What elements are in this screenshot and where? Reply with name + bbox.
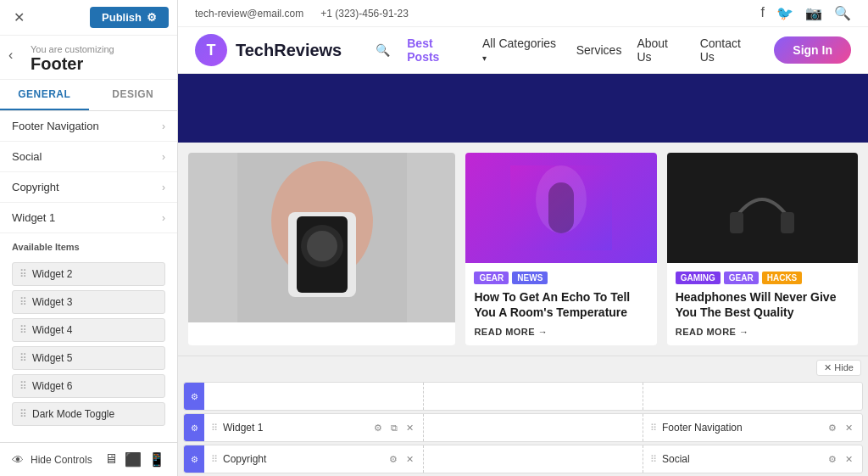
nav-link-best-posts[interactable]: Best Posts (407, 36, 467, 64)
site-header: tech-review@email.com +1 (323)-456-91-23… (178, 0, 868, 74)
close-button[interactable]: ✕ (8, 8, 29, 28)
content-card-phone (188, 153, 455, 345)
settings-icon-btn[interactable]: ⚙ (826, 421, 839, 435)
delete-icon-btn[interactable]: ✕ (843, 421, 855, 435)
chevron-right-icon: › (162, 120, 165, 132)
menu-item-widget1[interactable]: Widget 1 › (0, 203, 177, 233)
cell-icons: ⚙ ⧉ ✕ (371, 421, 416, 435)
tag-news: NEWS (512, 272, 548, 284)
menu-item-footer-navigation[interactable]: Footer Navigation › (0, 111, 177, 142)
panel-bottom: 👁 Hide Controls 🖥 ⬛ 📱 (0, 442, 177, 476)
footer-builder: ✕ Hide ⚙ ⚙ ⠿ Widget 1 ⚙ ⧉ ✕ ⠿ (178, 356, 868, 476)
cell-icons: ⚙ ✕ (826, 421, 855, 435)
settings-icon-btn[interactable]: ⚙ (826, 452, 839, 467)
drag-handle-icon: ⠿ (19, 296, 27, 308)
drag-handle-icon: ⠿ (19, 408, 27, 420)
hide-button[interactable]: ✕ Hide (816, 360, 861, 376)
nav-link-about-us[interactable]: About Us (637, 36, 684, 64)
tag-row: GAMING GEAR HACKS (676, 272, 849, 284)
svg-point-5 (307, 231, 337, 261)
list-item[interactable]: ⠿ Widget 3 (12, 290, 165, 314)
tag-gear2: GEAR (724, 272, 759, 284)
widget1-label: Widget 1 (223, 422, 263, 434)
menu-item-social[interactable]: Social › (0, 142, 177, 172)
instagram-icon[interactable]: 📷 (805, 5, 822, 21)
back-arrow-button[interactable]: ‹ (8, 48, 13, 63)
svg-rect-11 (781, 212, 794, 233)
card-body-headphones: GAMING GEAR HACKS Headphones Will Never … (667, 263, 858, 345)
main-content: tech-review@email.com +1 (323)-456-91-23… (178, 0, 868, 476)
tabs-row: GENERAL DESIGN (0, 80, 177, 111)
facebook-icon[interactable]: f (761, 5, 765, 21)
customizing-label: You are customizing (31, 44, 167, 54)
twitter-icon[interactable]: 🐦 (776, 5, 793, 21)
svg-rect-8 (548, 182, 574, 233)
tag-gaming: GAMING (676, 272, 721, 284)
search-icon[interactable]: 🔍 (834, 5, 851, 21)
drag-icon: ⠿ (650, 423, 657, 434)
eye-icon: 👁 (12, 453, 24, 467)
content-card-headphones: GAMING GEAR HACKS Headphones Will Never … (667, 153, 858, 345)
hide-bar: ✕ Hide (178, 356, 868, 379)
delete-icon-btn[interactable]: ✕ (843, 452, 855, 467)
phone-text: +1 (323)-456-91-23 (320, 8, 409, 20)
read-more-headphones[interactable]: READ MORE (676, 327, 849, 337)
top-bar-left: tech-review@email.com +1 (323)-456-91-23 (195, 8, 409, 20)
list-item[interactable]: ⠿ Widget 4 (12, 318, 165, 342)
tag-gear: GEAR (474, 272, 509, 284)
footer-cell (424, 383, 643, 410)
footer-cell-widget1: ⠿ Widget 1 ⚙ ⧉ ✕ (204, 414, 424, 441)
tag-row: GEAR NEWS (474, 272, 648, 284)
tab-general[interactable]: GENERAL (0, 80, 89, 110)
tab-design[interactable]: DESIGN (89, 80, 178, 110)
footer-cell-footer-nav: ⠿ Footer Navigation ⚙ ✕ (643, 414, 862, 441)
list-item[interactable]: ⠿ Widget 6 (12, 374, 165, 398)
drag-icon: ⠿ (650, 454, 657, 465)
delete-icon-btn[interactable]: ✕ (403, 452, 416, 467)
nav-links: Best Posts All Categories Services About… (407, 36, 757, 64)
drag-handle-icon: ⠿ (19, 324, 27, 336)
sign-in-button[interactable]: Sign In (774, 36, 851, 64)
available-items-label: Available Items (12, 242, 165, 252)
list-item[interactable]: ⠿ Widget 5 (12, 346, 165, 370)
drag-handle-icon: ⠿ (19, 352, 27, 364)
cell-icons: ⚙ ✕ (387, 452, 416, 467)
hero-section (178, 74, 868, 143)
customizing-title: Footer (31, 54, 167, 74)
content-card-echo: GEAR NEWS How To Get An Echo To Tell You… (465, 153, 656, 345)
tablet-icon[interactable]: ⬛ (125, 451, 142, 468)
top-bar-right: f 🐦 📷 🔍 (761, 5, 851, 21)
panel-top-bar: ✕ Publish ⚙ (0, 0, 177, 36)
tag-hacks: HACKS (762, 272, 803, 284)
footer-row-handle[interactable]: ⚙ (184, 383, 204, 410)
card-image-purple (465, 153, 656, 263)
footer-cell (204, 383, 424, 410)
nav-link-contact-us[interactable]: Contact Us (700, 36, 758, 64)
footer-row-handle[interactable]: ⚙ (184, 445, 204, 473)
nav-search-icon[interactable]: 🔍 (376, 43, 390, 57)
nav-link-all-categories[interactable]: All Categories (482, 36, 561, 64)
mobile-icon[interactable]: 📱 (148, 451, 165, 468)
read-more-echo[interactable]: READ MORE (474, 327, 648, 337)
menu-items-list: Footer Navigation › Social › Copyright ›… (0, 111, 177, 442)
svg-rect-10 (730, 212, 743, 233)
available-items-section: Available Items (0, 233, 177, 262)
settings-icon-btn[interactable]: ⚙ (371, 421, 385, 435)
duplicate-icon-btn[interactable]: ⧉ (388, 421, 400, 435)
delete-icon-btn[interactable]: ✕ (403, 421, 416, 435)
footer-cell-social: ⠿ Social ⚙ ✕ (643, 445, 862, 473)
site-top-bar: tech-review@email.com +1 (323)-456-91-23… (178, 0, 868, 27)
gear-icon: ⚙ (147, 11, 157, 24)
footer-row-handle[interactable]: ⚙ (184, 414, 204, 441)
menu-item-copyright[interactable]: Copyright › (0, 172, 177, 203)
desktop-icon[interactable]: 🖥 (104, 451, 118, 468)
list-item[interactable]: ⠿ Dark Mode Toggle (12, 402, 165, 426)
cell-icons: ⚙ ✕ (826, 452, 855, 467)
list-item[interactable]: ⠿ Widget 2 (12, 262, 165, 286)
social-label: Social (662, 453, 690, 465)
nav-link-services[interactable]: Services (576, 43, 622, 57)
drag-icon: ⠿ (211, 423, 218, 434)
settings-icon-btn[interactable]: ⚙ (387, 452, 400, 467)
publish-button[interactable]: Publish ⚙ (90, 7, 169, 28)
content-area: GEAR NEWS How To Get An Echo To Tell You… (178, 143, 868, 356)
